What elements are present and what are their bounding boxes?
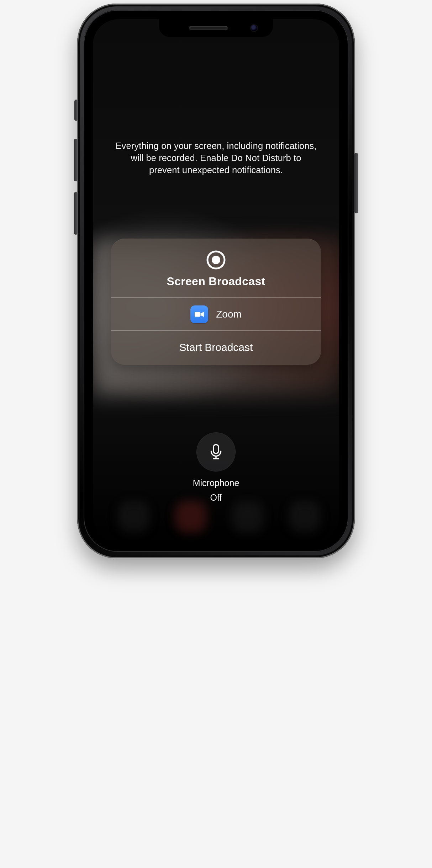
broadcast-picker-card: Screen Broadcast Zoom Start Broadcast (111, 239, 321, 365)
microphone-state: Off (210, 492, 222, 503)
broadcast-app-name: Zoom (216, 309, 242, 320)
screen-broadcast-header[interactable]: Screen Broadcast (111, 239, 321, 297)
zoom-icon (190, 305, 208, 323)
svg-rect-3 (214, 444, 219, 453)
start-broadcast-button[interactable]: Start Broadcast (111, 331, 321, 365)
device-notch (159, 19, 273, 37)
speaker-grill (189, 26, 228, 30)
broadcast-app-row-zoom[interactable]: Zoom (111, 298, 321, 330)
svg-point-1 (212, 256, 220, 264)
mute-switch[interactable] (74, 100, 78, 121)
microphone-label: Microphone (193, 478, 239, 488)
front-camera (251, 25, 257, 31)
svg-rect-2 (195, 312, 200, 317)
volume-down-button[interactable] (74, 192, 78, 235)
device-frame: Everything on your screen, including not… (77, 4, 355, 558)
start-broadcast-label: Start Broadcast (179, 341, 253, 353)
record-icon (206, 250, 226, 270)
screen: Everything on your screen, including not… (93, 19, 339, 543)
volume-up-button[interactable] (74, 139, 78, 181)
power-button[interactable] (354, 153, 358, 213)
screen-broadcast-title: Screen Broadcast (167, 275, 265, 288)
microphone-toggle-button[interactable] (196, 432, 236, 472)
microphone-icon (207, 442, 225, 462)
recording-warning-text: Everything on your screen, including not… (115, 140, 317, 176)
